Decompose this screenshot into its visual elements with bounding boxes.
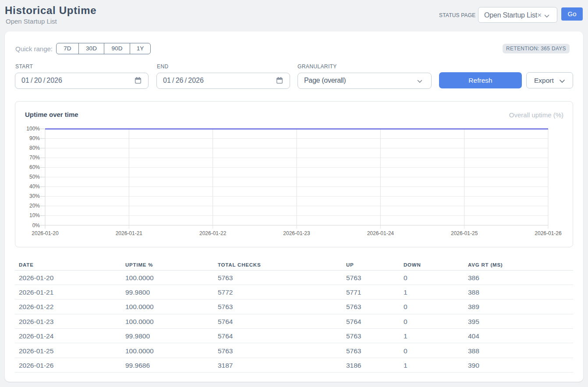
svg-text:80%: 80% — [29, 145, 40, 151]
svg-text:100%: 100% — [26, 126, 40, 132]
svg-text:40%: 40% — [29, 183, 40, 190]
svg-text:20%: 20% — [29, 203, 40, 209]
svg-text:2026-01-23: 2026-01-23 — [283, 230, 310, 236]
svg-text:0%: 0% — [32, 222, 40, 229]
svg-text:30%: 30% — [29, 193, 40, 199]
svg-text:50%: 50% — [29, 174, 40, 180]
svg-text:2026-01-20: 2026-01-20 — [32, 230, 59, 236]
svg-text:2026-01-21: 2026-01-21 — [116, 230, 143, 236]
svg-text:2026-01-25: 2026-01-25 — [451, 230, 478, 236]
svg-text:2026-01-22: 2026-01-22 — [199, 230, 227, 236]
svg-text:90%: 90% — [29, 135, 40, 141]
svg-text:2026-01-24: 2026-01-24 — [367, 230, 394, 236]
svg-text:10%: 10% — [29, 212, 40, 218]
svg-text:2026-01-26: 2026-01-26 — [535, 230, 562, 236]
svg-text:60%: 60% — [29, 164, 40, 170]
svg-text:70%: 70% — [29, 155, 40, 161]
